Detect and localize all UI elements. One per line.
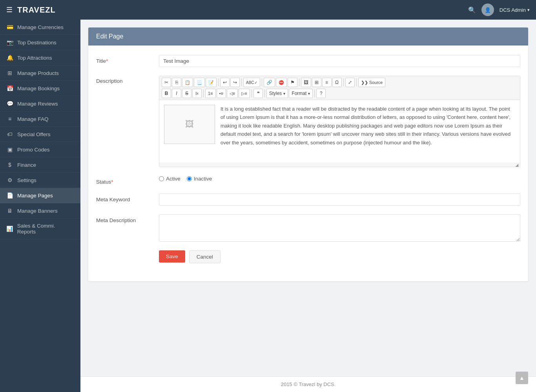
styles-dropdown-label: Styles <box>269 91 282 96</box>
user-menu[interactable]: DCS Admin ▾ <box>500 7 530 13</box>
ul-button[interactable]: •≡ <box>217 89 226 98</box>
user-name: DCS Admin <box>500 7 526 13</box>
toolbar: ✂ ⎘ 📋 📃 📝 ↩ ↪ ABC✓ 🔗 ⛔ <box>159 76 520 100</box>
format-dropdown[interactable]: Format ▾ <box>289 89 313 98</box>
indent-more-button[interactable]: ▷≡ <box>239 89 250 98</box>
sidebar-label-sales-reports: Sales & Commi. Reports <box>17 223 74 235</box>
toolbar-row-1: ✂ ⎘ 📋 📃 📝 ↩ ↪ ABC✓ 🔗 ⛔ <box>162 78 518 87</box>
maximize-button[interactable]: ⤢ <box>345 78 355 87</box>
editor-content-area[interactable]: 🖼 It is a long established fact that a r… <box>159 100 520 163</box>
sidebar-item-promo-codes[interactable]: ▣ Promo Codes <box>0 142 80 157</box>
faq-icon: ≡ <box>6 116 13 122</box>
editor-resize-handle[interactable]: ◢ <box>159 163 520 167</box>
sidebar-item-manage-reviews[interactable]: 💬 Manage Reviews <box>0 96 80 111</box>
menu-toggle-icon[interactable]: ☰ <box>6 5 13 14</box>
special-char-button[interactable]: Ω <box>332 78 342 87</box>
styles-dropdown[interactable]: Styles ▾ <box>266 89 288 98</box>
attractions-icon: 🔔 <box>6 55 13 61</box>
bookings-icon: 📅 <box>6 85 13 91</box>
reviews-icon: 💬 <box>6 100 13 107</box>
meta-description-label: Meta Description <box>96 214 159 223</box>
table-button[interactable]: ⊞ <box>312 78 321 87</box>
unlink-button[interactable]: ⛔ <box>276 78 287 87</box>
help-button[interactable]: ? <box>316 89 326 98</box>
status-inactive-radio[interactable] <box>187 176 192 181</box>
sidebar-item-top-attractions[interactable]: 🔔 Top Attractions <box>0 50 80 66</box>
redo-button[interactable]: ↪ <box>230 78 240 87</box>
sidebar-item-manage-banners[interactable]: 🖥 Manage Banners <box>0 203 80 219</box>
ol-button[interactable]: 1≡ <box>205 89 216 98</box>
meta-description-form-group: Meta Description <box>96 214 520 242</box>
sidebar-item-sales-reports[interactable]: 📊 Sales & Commi. Reports <box>0 219 80 239</box>
sidebar-item-finance[interactable]: $ Finance <box>0 157 80 173</box>
app-footer: 2015 © Travezl by DCS. <box>80 376 536 392</box>
anchor-button[interactable]: ⚑ <box>288 78 297 87</box>
description-label: Description <box>96 76 159 84</box>
save-button[interactable]: Save <box>159 250 185 263</box>
sidebar-item-top-destinations[interactable]: 📷 Top Destinations <box>0 35 80 50</box>
main-content: Edit Page Title* Description ✂ <box>80 20 536 376</box>
sidebar-item-manage-faq[interactable]: ≡ Manage FAQ <box>0 111 80 127</box>
styles-dropdown-arrow: ▾ <box>283 91 285 96</box>
search-icon[interactable]: 🔍 <box>468 6 476 14</box>
blockquote-button[interactable]: ❝ <box>253 89 263 98</box>
strikethrough-button[interactable]: S <box>182 89 191 98</box>
title-input[interactable] <box>159 55 520 67</box>
cancel-button[interactable]: Cancel <box>189 250 221 263</box>
image-button[interactable]: 🖼 <box>301 78 311 87</box>
sidebar-label-top-attractions: Top Attractions <box>17 55 52 61</box>
settings-icon: ⚙ <box>6 177 13 183</box>
indent-less-button[interactable]: ◁≡ <box>227 89 238 98</box>
editor-image: 🖼 <box>164 105 215 144</box>
bold-button[interactable]: B <box>162 89 171 98</box>
edit-page-card: Edit Page Title* Description ✂ <box>88 27 528 281</box>
reports-icon: 📊 <box>6 226 13 232</box>
copy-button[interactable]: ⎘ <box>172 78 181 87</box>
spellcheck-button[interactable]: ABC✓ <box>243 78 260 87</box>
toolbar-sep-9 <box>264 89 265 97</box>
italic-button[interactable]: I <box>172 89 181 98</box>
sidebar-label-settings: Settings <box>17 177 36 183</box>
paste-text-button[interactable]: 📃 <box>194 78 205 87</box>
meta-description-input[interactable] <box>159 214 520 242</box>
sidebar-item-manage-bookings[interactable]: 📅 Manage Bookings <box>0 81 80 96</box>
editor-content-inner: 🖼 It is a long established fact that a r… <box>164 105 515 147</box>
sidebar-label-manage-currencies: Manage Currencies <box>17 24 64 30</box>
page-title: Edit Page <box>96 33 123 40</box>
status-active-label[interactable]: Active <box>159 176 180 182</box>
status-active-radio[interactable] <box>159 176 164 181</box>
sidebar-label-manage-reviews: Manage Reviews <box>17 101 58 107</box>
status-label: Status* <box>96 176 159 185</box>
scroll-top-icon: ▲ <box>519 375 525 381</box>
cut-button[interactable]: ✂ <box>162 78 171 87</box>
source-button[interactable]: ❯❯ Source <box>358 78 386 87</box>
meta-keyword-input[interactable] <box>159 193 520 206</box>
meta-keyword-form-group: Meta Keyword <box>96 193 520 206</box>
format-dropdown-arrow: ▾ <box>308 91 310 96</box>
card-body: Title* Description ✂ ⎘ 📋 📃 <box>88 46 528 281</box>
sidebar-label-manage-pages: Manage Pages <box>17 193 53 199</box>
toolbar-sep-3 <box>262 78 262 86</box>
promo-icon: ▣ <box>6 146 13 153</box>
pages-icon: 📄 <box>6 192 13 199</box>
sidebar-item-special-offers[interactable]: 🏷 Special Offers <box>0 127 80 142</box>
rich-text-editor: ✂ ⎘ 📋 📃 📝 ↩ ↪ ABC✓ 🔗 ⛔ <box>159 76 520 167</box>
paste-word-button[interactable]: 📝 <box>206 78 217 87</box>
link-button[interactable]: 🔗 <box>264 78 275 87</box>
toolbar-sep-7 <box>203 89 204 97</box>
header-right: 🔍 👤 DCS Admin ▾ <box>468 4 530 16</box>
status-inactive-label[interactable]: Inactive <box>187 176 212 182</box>
remove-format-button[interactable]: Ix <box>192 89 202 98</box>
offers-icon: 🏷 <box>6 131 13 137</box>
paste-button[interactable]: 📋 <box>182 78 193 87</box>
description-form-group: Description ✂ ⎘ 📋 📃 📝 ↩ ↪ <box>96 76 520 167</box>
undo-button[interactable]: ↩ <box>220 78 230 87</box>
sidebar-item-settings[interactable]: ⚙ Settings <box>0 173 80 188</box>
scroll-to-top-button[interactable]: ▲ <box>516 372 528 384</box>
sidebar-item-manage-currencies[interactable]: 💳 Manage Currencies <box>0 20 80 35</box>
title-label: Title* <box>96 55 159 64</box>
sidebar-label-manage-banners: Manage Banners <box>17 208 58 214</box>
sidebar-item-manage-products[interactable]: ⊞ Manage Products <box>0 66 80 81</box>
align-button[interactable]: ≡ <box>322 78 332 87</box>
sidebar-item-manage-pages[interactable]: 📄 Manage Pages <box>0 188 80 203</box>
